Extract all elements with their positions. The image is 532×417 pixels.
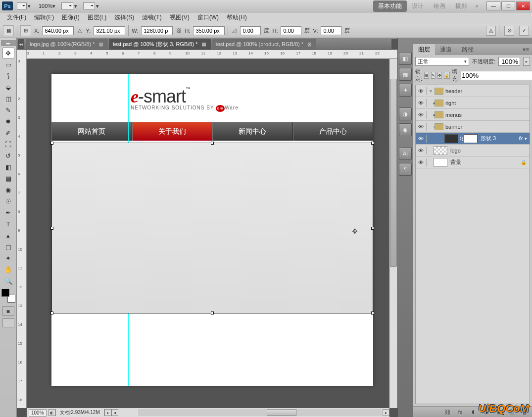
minimize-button[interactable]: — (486, 1, 500, 10)
scrollbar-thumb[interactable] (267, 409, 296, 416)
marquee-tool[interactable]: ▭ (2, 59, 14, 70)
menu-view[interactable]: 视图(V) (166, 12, 193, 23)
transform-selection[interactable]: ✥ (51, 143, 373, 313)
tools-collapse-icon[interactable]: ▸▸ (1, 40, 16, 46)
transform-handle[interactable] (371, 227, 374, 230)
lock-transparency-icon[interactable]: ▦ (424, 72, 429, 79)
tool-preset-icon[interactable]: ▦ (3, 25, 14, 36)
gradient-tool[interactable]: ▤ (2, 173, 14, 184)
layer-name[interactable]: right (445, 100, 456, 106)
tab-channels[interactable]: 通道 (435, 44, 457, 55)
info-menu-icon[interactable]: ▸ (104, 409, 111, 416)
ruler-origin-icon[interactable] (17, 50, 27, 59)
close-tab-icon[interactable]: ⊠ (98, 42, 104, 47)
document-tab[interactable]: logo.jpg @ 100%(RGB/8) *⊠ (26, 39, 108, 50)
lasso-tool[interactable]: ⟆ (2, 70, 14, 81)
zoom-field[interactable]: 100% (29, 409, 47, 417)
eraser-tool[interactable]: ◧ (2, 161, 14, 172)
blend-mode-select[interactable]: 正常 (415, 57, 469, 66)
screen-mode-button[interactable]: ▾ (83, 2, 99, 9)
vertical-scrollbar[interactable] (389, 59, 397, 408)
layer-name[interactable]: banner (445, 124, 462, 130)
opacity-popup-icon[interactable]: ▸ (523, 57, 530, 66)
scroll-right-icon[interactable]: ▸ (383, 409, 389, 416)
layer-row[interactable]: 👁 ⛓ 形状 3 fx ▾ (416, 133, 530, 145)
workspace-tab-design[interactable]: 设计 (407, 0, 429, 12)
dock-para-icon[interactable]: ¶ (399, 163, 412, 176)
skewh-input[interactable] (281, 26, 301, 35)
dock-adjust-icon[interactable]: ◑ (399, 107, 412, 120)
path-select-tool[interactable]: ▴ (2, 230, 14, 241)
lock-position-icon[interactable]: ✥ (437, 72, 442, 79)
layer-row[interactable]: 👁 ▿ banner (416, 121, 530, 133)
transform-handle[interactable] (50, 227, 53, 230)
mask-icon[interactable]: ◖ (469, 408, 478, 416)
link-layers-icon[interactable]: ⛓ (443, 408, 452, 416)
skewv-input[interactable] (321, 26, 341, 35)
menu-file[interactable]: 文件(F) (3, 12, 30, 23)
arrange-docs-button[interactable]: ▾ (61, 2, 77, 9)
bridge-button[interactable]: ▾ (17, 2, 31, 9)
tab-layers[interactable]: 图层 (413, 44, 435, 55)
layer-name[interactable]: 背景 (450, 158, 461, 166)
doctab-collapse-icon[interactable]: ◂◂ (18, 39, 24, 49)
cancel-transform-button[interactable]: ⊘ (504, 26, 514, 36)
w-input[interactable] (141, 26, 173, 35)
transform-handle[interactable] (211, 142, 214, 145)
panel-menu-icon[interactable]: ▾≡ (520, 46, 532, 53)
layer-row[interactable]: 👁 ▸ menus (416, 109, 530, 121)
zoom-tool[interactable]: 🔍 (2, 275, 14, 286)
workspace-more-icon[interactable]: » (475, 2, 479, 9)
visibility-icon[interactable]: 👁 (416, 111, 427, 119)
visibility-icon[interactable]: 👁 (416, 123, 427, 131)
doc-info[interactable]: 文档:2.93M/4.12M (55, 409, 104, 416)
panel-collapse-icon[interactable] (413, 38, 532, 44)
layer-name[interactable]: header (445, 88, 462, 94)
opacity-input[interactable] (498, 57, 520, 66)
menu-window[interactable]: 窗口(W) (193, 12, 223, 23)
heal-tool[interactable]: ✹ (2, 116, 14, 127)
layer-name[interactable]: menus (445, 112, 462, 118)
workspace-tab-essentials[interactable]: 基本功能 (373, 0, 407, 12)
reference-point-icon[interactable]: ⊞ (20, 25, 31, 36)
transform-handle[interactable] (371, 142, 374, 145)
document-tab[interactable]: test.psd @ 100% (形状 3, RGB/8) *⊠ (109, 39, 211, 50)
dock-swatches-icon[interactable]: ▦ (399, 68, 412, 81)
group-toggle-icon[interactable]: ▸ (427, 112, 435, 117)
hand-tool[interactable]: ✋ (2, 264, 14, 275)
visibility-icon[interactable]: 👁 (416, 87, 427, 95)
screenmode-button[interactable] (2, 318, 14, 327)
eyedropper-tool[interactable]: ✎ (2, 104, 14, 115)
brush-tool[interactable]: ✐ (2, 127, 14, 138)
group-toggle-icon[interactable]: ▸ (427, 101, 435, 105)
transform-handle[interactable] (50, 142, 53, 145)
dodge-tool[interactable]: ☉ (2, 196, 14, 207)
workspace-tab-painting[interactable]: 绘画 (429, 0, 450, 12)
fx-badge[interactable]: fx ▾ (519, 136, 527, 141)
visibility-icon[interactable]: 👁 (416, 147, 427, 155)
transform-anchor-icon[interactable]: ✥ (352, 227, 358, 235)
blur-tool[interactable]: ◉ (2, 184, 14, 195)
zoom-level[interactable]: 100% ▾ (39, 3, 55, 9)
menu-edit[interactable]: 编辑(E) (30, 12, 58, 23)
menu-image[interactable]: 图像(I) (58, 12, 83, 23)
history-brush-tool[interactable]: ↺ (2, 150, 14, 161)
type-tool[interactable]: T (2, 218, 14, 229)
close-tab-icon[interactable]: ⊠ (306, 42, 312, 47)
fx-icon[interactable]: fx (456, 408, 465, 416)
quick-select-tool[interactable]: ⬙ (2, 82, 14, 93)
visibility-icon[interactable]: 👁 (416, 158, 427, 166)
foreground-background-colors[interactable] (1, 289, 15, 303)
shape-tool[interactable]: ▢ (2, 241, 14, 252)
group-toggle-icon[interactable]: ▿ (427, 124, 435, 129)
y-input[interactable] (94, 26, 125, 35)
layer-name[interactable]: 形状 3 (481, 135, 496, 142)
stamp-tool[interactable]: ⛶ (2, 139, 14, 150)
tab-paths[interactable]: 路径 (457, 44, 479, 55)
layer-row[interactable]: 👁 ▿ header (416, 85, 530, 97)
document-tab[interactable]: test.psd @ 100% (product, RGB/8) *⊠ (212, 39, 316, 50)
close-tab-icon[interactable]: ⊠ (201, 42, 207, 47)
fill-input[interactable] (461, 71, 532, 80)
3d-tool[interactable]: ✦ (2, 253, 14, 263)
dock-char-icon[interactable]: A| (399, 147, 412, 160)
